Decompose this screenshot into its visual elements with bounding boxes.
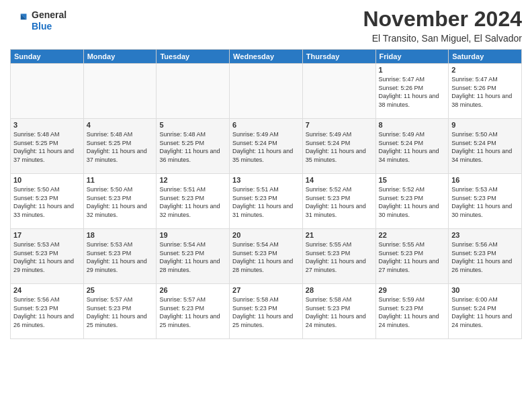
col-thursday: Thursday — [302, 50, 375, 64]
calendar-cell: 24Sunrise: 5:56 AM Sunset: 5:23 PM Dayli… — [11, 284, 84, 339]
day-info: Sunrise: 5:58 AM Sunset: 5:23 PM Dayligh… — [306, 295, 373, 329]
day-info: Sunrise: 5:57 AM Sunset: 5:23 PM Dayligh… — [87, 295, 154, 329]
day-info: Sunrise: 5:48 AM Sunset: 5:25 PM Dayligh… — [159, 130, 226, 164]
day-number: 22 — [379, 231, 446, 239]
day-number: 10 — [13, 176, 81, 184]
calendar-cell: 26Sunrise: 5:57 AM Sunset: 5:23 PM Dayli… — [157, 284, 230, 339]
day-info: Sunrise: 5:47 AM Sunset: 5:26 PM Dayligh… — [379, 75, 446, 109]
col-wednesday: Wednesday — [230, 50, 303, 64]
day-number: 2 — [451, 66, 519, 74]
day-number: 1 — [379, 66, 446, 74]
day-info: Sunrise: 5:48 AM Sunset: 5:25 PM Dayligh… — [87, 130, 154, 164]
day-info: Sunrise: 5:49 AM Sunset: 5:24 PM Dayligh… — [379, 130, 446, 164]
day-number: 24 — [13, 286, 81, 294]
calendar-cell: 7Sunrise: 5:49 AM Sunset: 5:24 PM Daylig… — [302, 119, 375, 174]
month-title: November 2024 — [363, 7, 522, 32]
calendar-cell: 27Sunrise: 5:58 AM Sunset: 5:23 PM Dayli… — [230, 284, 303, 339]
calendar-cell: 9Sunrise: 5:50 AM Sunset: 5:24 PM Daylig… — [449, 119, 522, 174]
day-info: Sunrise: 5:52 AM Sunset: 5:23 PM Dayligh… — [379, 185, 446, 219]
calendar-week-0: 1Sunrise: 5:47 AM Sunset: 5:26 PM Daylig… — [11, 64, 522, 119]
day-number: 12 — [159, 176, 226, 184]
day-info: Sunrise: 5:47 AM Sunset: 5:26 PM Dayligh… — [451, 75, 519, 109]
calendar-cell: 20Sunrise: 5:54 AM Sunset: 5:23 PM Dayli… — [230, 229, 303, 284]
calendar-week-2: 10Sunrise: 5:50 AM Sunset: 5:23 PM Dayli… — [11, 174, 522, 229]
day-info: Sunrise: 5:50 AM Sunset: 5:24 PM Dayligh… — [451, 130, 519, 164]
calendar-table: Sunday Monday Tuesday Wednesday Thursday… — [10, 49, 522, 339]
day-number: 11 — [87, 176, 154, 184]
day-number: 29 — [379, 286, 446, 294]
day-info: Sunrise: 6:00 AM Sunset: 5:24 PM Dayligh… — [451, 295, 519, 329]
day-number: 8 — [379, 121, 446, 129]
calendar-cell: 17Sunrise: 5:53 AM Sunset: 5:23 PM Dayli… — [11, 229, 84, 284]
calendar-cell: 10Sunrise: 5:50 AM Sunset: 5:23 PM Dayli… — [11, 174, 84, 229]
calendar-cell: 6Sunrise: 5:49 AM Sunset: 5:24 PM Daylig… — [230, 119, 303, 174]
day-number: 17 — [13, 231, 81, 239]
title-area: November 2024 El Transito, San Miguel, E… — [363, 7, 522, 44]
calendar-cell: 16Sunrise: 5:53 AM Sunset: 5:23 PM Dayli… — [449, 174, 522, 229]
day-number: 23 — [451, 231, 519, 239]
day-number: 9 — [451, 121, 519, 129]
logo-icon — [10, 11, 29, 30]
calendar-cell — [157, 64, 230, 119]
day-number: 3 — [13, 121, 81, 129]
day-info: Sunrise: 5:57 AM Sunset: 5:23 PM Dayligh… — [159, 295, 226, 329]
day-info: Sunrise: 5:53 AM Sunset: 5:23 PM Dayligh… — [13, 240, 81, 274]
calendar-cell: 13Sunrise: 5:51 AM Sunset: 5:23 PM Dayli… — [230, 174, 303, 229]
day-info: Sunrise: 5:48 AM Sunset: 5:25 PM Dayligh… — [13, 130, 81, 164]
page: General Blue November 2024 El Transito, … — [0, 0, 532, 411]
subtitle: El Transito, San Miguel, El Salvador — [363, 33, 522, 44]
day-info: Sunrise: 5:54 AM Sunset: 5:23 PM Dayligh… — [232, 240, 300, 274]
calendar-cell: 19Sunrise: 5:54 AM Sunset: 5:23 PM Dayli… — [157, 229, 230, 284]
logo: General Blue — [10, 9, 66, 32]
day-number: 19 — [159, 231, 226, 239]
day-number: 15 — [379, 176, 446, 184]
logo-general: General — [32, 9, 66, 21]
calendar-cell: 5Sunrise: 5:48 AM Sunset: 5:25 PM Daylig… — [157, 119, 230, 174]
header: General Blue November 2024 El Transito, … — [10, 7, 522, 44]
day-info: Sunrise: 5:53 AM Sunset: 5:23 PM Dayligh… — [451, 185, 519, 219]
calendar-week-3: 17Sunrise: 5:53 AM Sunset: 5:23 PM Dayli… — [11, 229, 522, 284]
day-info: Sunrise: 5:50 AM Sunset: 5:23 PM Dayligh… — [13, 185, 81, 219]
day-number: 16 — [451, 176, 519, 184]
calendar-cell — [83, 64, 157, 119]
day-info: Sunrise: 5:49 AM Sunset: 5:24 PM Dayligh… — [232, 130, 300, 164]
day-info: Sunrise: 5:55 AM Sunset: 5:23 PM Dayligh… — [306, 240, 373, 274]
logo-text: General Blue — [32, 9, 66, 32]
day-info: Sunrise: 5:51 AM Sunset: 5:23 PM Dayligh… — [232, 185, 300, 219]
day-number: 5 — [159, 121, 226, 129]
day-number: 20 — [232, 231, 300, 239]
calendar-cell — [230, 64, 303, 119]
calendar-cell: 18Sunrise: 5:53 AM Sunset: 5:23 PM Dayli… — [83, 229, 157, 284]
day-info: Sunrise: 5:52 AM Sunset: 5:23 PM Dayligh… — [306, 185, 373, 219]
logo-blue: Blue — [32, 21, 66, 32]
col-monday: Monday — [83, 50, 157, 64]
calendar-cell: 21Sunrise: 5:55 AM Sunset: 5:23 PM Dayli… — [302, 229, 375, 284]
day-info: Sunrise: 5:56 AM Sunset: 5:23 PM Dayligh… — [451, 240, 519, 274]
calendar-cell: 1Sunrise: 5:47 AM Sunset: 5:26 PM Daylig… — [375, 64, 449, 119]
calendar-week-1: 3Sunrise: 5:48 AM Sunset: 5:25 PM Daylig… — [11, 119, 522, 174]
day-number: 28 — [306, 286, 373, 294]
day-info: Sunrise: 5:56 AM Sunset: 5:23 PM Dayligh… — [13, 295, 81, 329]
day-number: 14 — [306, 176, 373, 184]
day-number: 13 — [232, 176, 300, 184]
calendar-cell: 3Sunrise: 5:48 AM Sunset: 5:25 PM Daylig… — [11, 119, 84, 174]
day-number: 27 — [232, 286, 300, 294]
day-number: 7 — [306, 121, 373, 129]
day-info: Sunrise: 5:53 AM Sunset: 5:23 PM Dayligh… — [87, 240, 154, 274]
day-info: Sunrise: 5:50 AM Sunset: 5:23 PM Dayligh… — [87, 185, 154, 219]
day-number: 4 — [87, 121, 154, 129]
calendar-week-4: 24Sunrise: 5:56 AM Sunset: 5:23 PM Dayli… — [11, 284, 522, 339]
col-saturday: Saturday — [449, 50, 522, 64]
calendar-header: Sunday Monday Tuesday Wednesday Thursday… — [11, 50, 522, 64]
calendar-cell: 15Sunrise: 5:52 AM Sunset: 5:23 PM Dayli… — [375, 174, 449, 229]
calendar-cell: 4Sunrise: 5:48 AM Sunset: 5:25 PM Daylig… — [83, 119, 157, 174]
col-tuesday: Tuesday — [157, 50, 230, 64]
day-number: 6 — [232, 121, 300, 129]
day-number: 25 — [87, 286, 154, 294]
calendar-cell: 8Sunrise: 5:49 AM Sunset: 5:24 PM Daylig… — [375, 119, 449, 174]
calendar-cell: 30Sunrise: 6:00 AM Sunset: 5:24 PM Dayli… — [449, 284, 522, 339]
day-number: 30 — [451, 286, 519, 294]
day-info: Sunrise: 5:51 AM Sunset: 5:23 PM Dayligh… — [159, 185, 226, 219]
header-row: Sunday Monday Tuesday Wednesday Thursday… — [11, 50, 522, 64]
calendar-cell: 22Sunrise: 5:55 AM Sunset: 5:23 PM Dayli… — [375, 229, 449, 284]
